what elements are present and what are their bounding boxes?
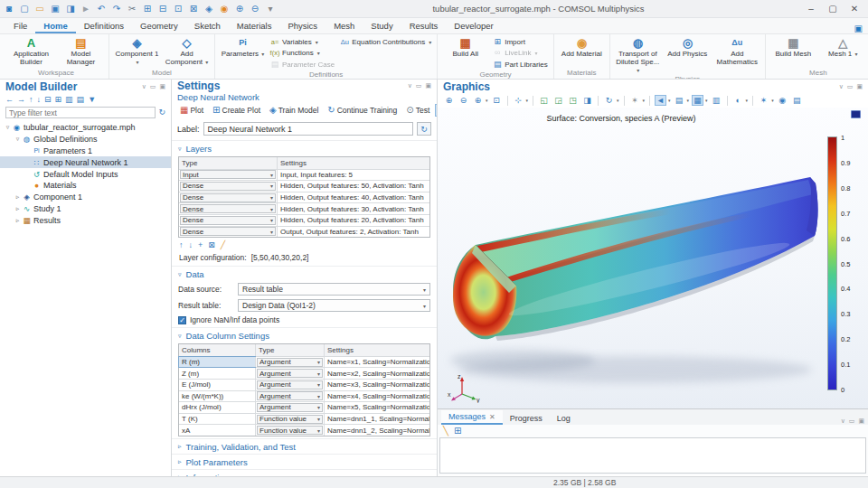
color-legend-button[interactable]: ▦ <box>692 95 703 106</box>
select-node-icon[interactable]: ◈ <box>203 4 214 14</box>
collapse-panel-icon[interactable]: ∨ <box>841 418 845 425</box>
ribbon-button-equation-contributions[interactable]: ΔuEquation Contributions▾ <box>337 36 434 48</box>
data-table-button[interactable]: ▥ <box>711 95 722 106</box>
model-tree-options-icon[interactable]: ▥ <box>65 96 73 104</box>
settings-toolbar-plot-button[interactable]: ▦Plot <box>176 104 207 117</box>
ribbon-button-livelink[interactable]: ∞LiveLink▾ <box>490 48 551 60</box>
ribbon-button-transport-of-diluted-species[interactable]: ◍Transport of Diluted Spe... ▾ <box>613 35 663 75</box>
label-field[interactable]: Deep Neural Network 1 <box>203 122 413 136</box>
float-panel-icon[interactable]: ▭ <box>150 83 156 90</box>
column-name-cell[interactable]: dHrx (J/mol) <box>179 402 255 413</box>
help-icon[interactable]: ▣ <box>854 24 863 33</box>
copy-icon[interactable]: ⊞ <box>142 4 153 14</box>
node-group-icon[interactable]: ▤ <box>77 96 85 104</box>
close-button[interactable]: ✕ <box>844 2 864 16</box>
zoom-from-selection-icon[interactable]: ⊖ <box>250 4 260 14</box>
collapsed-arrow-icon[interactable]: ▹ <box>14 205 22 212</box>
refresh-icon[interactable]: ↻ <box>158 108 165 117</box>
ribbon-button-part-libraries[interactable]: ▤Part Libraries <box>490 59 551 70</box>
move-down-icon[interactable]: ↓ <box>37 96 42 104</box>
save-preview-icon[interactable]: ◨ <box>65 4 76 14</box>
selection-appearance-button[interactable]: ◐ <box>732 95 744 106</box>
expanded-arrow-icon[interactable]: ▿ <box>4 124 12 131</box>
snapshot-button[interactable]: ◉ <box>777 95 788 106</box>
layer-type-dropdown[interactable]: Input▾ <box>180 170 276 179</box>
material-node-icon[interactable]: ◉ <box>219 4 230 14</box>
collapse-panel-icon[interactable]: ∨ <box>839 83 844 90</box>
column-name-cell[interactable]: ke (W/(m*K)) <box>179 391 255 402</box>
rotate-button[interactable]: ↻ <box>603 95 615 106</box>
rename-icon[interactable]: ↻ <box>417 122 431 136</box>
tree-node-study-node[interactable]: ▹∿Study 1 <box>0 203 171 215</box>
edit-icon[interactable]: ╱ <box>221 241 225 249</box>
close-tab-icon[interactable]: ✕ <box>489 413 495 421</box>
move-up-icon[interactable]: ↑ <box>29 96 33 104</box>
section-header-training-validation-and-test[interactable]: ▹Training, Validation, and Test <box>172 438 437 454</box>
tree-node-results-node[interactable]: ▹▦Results <box>0 214 171 226</box>
tree-node-materials-node[interactable]: ●Materials <box>0 180 171 192</box>
column-name-cell[interactable]: Z (m) <box>179 368 255 379</box>
comsol-logo-icon[interactable]: ◙ <box>4 4 14 14</box>
settings-toolbar-create-plot-button[interactable]: ⊞Create Plot <box>209 104 264 117</box>
column-name-cell[interactable]: E (J/mol) <box>179 380 255 390</box>
expand-all-icon[interactable]: ⊞ <box>55 96 62 104</box>
tree-node-global-definitions[interactable]: ▿◍Global Definitions <box>0 134 171 145</box>
move-up-icon[interactable]: ↑ <box>179 241 184 249</box>
tree-filter-input[interactable] <box>5 107 156 118</box>
save-icon[interactable]: ▣ <box>50 4 61 14</box>
float-panel-icon[interactable]: ▭ <box>849 418 855 425</box>
float-panel-icon[interactable]: ▭ <box>847 83 854 90</box>
filter-icon[interactable]: ▼ <box>88 96 96 104</box>
dock-panel-icon[interactable]: ▣ <box>159 83 165 90</box>
column-type-dropdown[interactable]: Argument▾ <box>257 403 323 412</box>
go-to-default-view-button[interactable]: ⊹ <box>513 95 524 106</box>
column-type-dropdown[interactable]: Argument▾ <box>257 369 323 378</box>
ribbon-button-mesh[interactable]: △Mesh 1 ▾ <box>818 35 868 58</box>
settings-toolbar-continue-training-button[interactable]: ↻Continue Training <box>324 104 401 117</box>
ribbon-button-add-component[interactable]: ◇Add Component ▾ <box>162 35 212 66</box>
collapsed-arrow-icon[interactable]: ▹ <box>14 217 22 224</box>
column-name-cell[interactable]: R (m) <box>179 357 255 368</box>
settings-toolbar-test-button[interactable]: ⊙Test <box>402 104 433 117</box>
section-header-plot-parameters[interactable]: ▹Plot Parameters <box>172 454 437 469</box>
ribbon-button-import[interactable]: ⊞Import <box>490 36 551 48</box>
ribbon-button-add-mathematics[interactable]: ΔuAdd Mathematics <box>712 35 762 66</box>
zoom-to-selection-icon[interactable]: ⊕ <box>234 4 245 14</box>
checkbox-checked-icon[interactable]: ✓ <box>178 316 186 324</box>
section-header-information[interactable]: ▹Information <box>172 469 437 476</box>
scene-light-button[interactable]: ✶ <box>629 95 641 106</box>
forward-icon[interactable]: → <box>17 96 25 104</box>
go-to-yz-view-button[interactable]: ◲ <box>552 95 564 106</box>
zoom-out-button[interactable]: ⊖ <box>458 95 469 106</box>
layer-type-dropdown[interactable]: Dense▾ <box>180 182 276 191</box>
copy-messages-icon[interactable]: ⊞ <box>454 427 461 436</box>
customize-toolbar-icon[interactable]: ▾ <box>265 4 276 14</box>
tab-geometry[interactable]: Geometry <box>132 19 186 33</box>
layer-type-dropdown[interactable]: Dense▾ <box>180 227 276 236</box>
tab-materials[interactable]: Materials <box>229 19 280 33</box>
collapse-panel-icon[interactable]: ∨ <box>408 82 412 89</box>
tab-results[interactable]: Results <box>401 19 447 33</box>
new-file-icon[interactable]: ▢ <box>19 4 30 14</box>
move-down-icon[interactable]: ↓ <box>189 241 193 249</box>
go-to-xy-view-button[interactable]: ◱ <box>538 95 550 106</box>
ribbon-button-parameter-case[interactable]: ▤Parameter Case <box>268 59 337 70</box>
messages-tab-progress[interactable]: Progress <box>503 412 550 425</box>
view-direction-button[interactable]: ◄ <box>655 95 666 106</box>
paste-icon[interactable]: ⊟ <box>157 4 168 14</box>
dock-panel-icon[interactable]: ▣ <box>425 82 431 89</box>
collapsed-arrow-icon[interactable]: ▹ <box>14 193 22 201</box>
column-type-dropdown[interactable]: Function value▾ <box>257 426 323 435</box>
clear-messages-icon[interactable]: ╲ <box>443 427 448 436</box>
column-name-cell[interactable]: T (K) <box>179 414 255 425</box>
ribbon-button-model-manager[interactable]: ▤Model Manager <box>56 35 106 66</box>
float-panel-icon[interactable]: ▭ <box>416 82 422 89</box>
ribbon-button-component[interactable]: ◈Component 1 ▾ <box>112 35 162 66</box>
column-type-dropdown[interactable]: Argument▾ <box>257 358 323 367</box>
result-table-select[interactable]: Design Data (QoI1-2)▾ <box>238 299 430 312</box>
column-name-cell[interactable]: xA <box>179 425 255 436</box>
expanded-arrow-icon[interactable]: ▿ <box>14 136 22 143</box>
section-header-data[interactable]: ▿Data <box>172 266 437 281</box>
messages-tab-log[interactable]: Log <box>550 412 578 425</box>
open-icon[interactable]: ▭ <box>34 4 45 14</box>
